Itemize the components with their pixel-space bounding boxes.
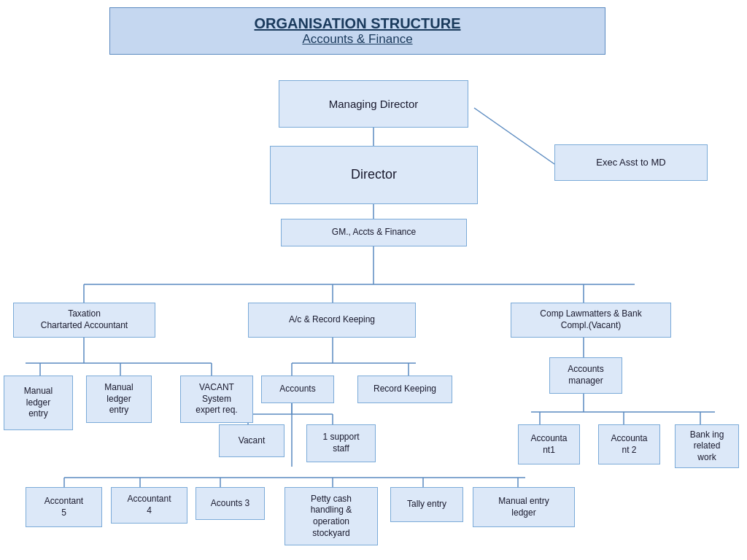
- petty-cash-box: Petty cash handling & operation stockyar…: [285, 487, 378, 545]
- vacant-system-box: VACANT System expert req.: [180, 376, 253, 423]
- gm-box: GM., Accts & Finance: [281, 219, 467, 246]
- svg-line-1: [474, 108, 554, 164]
- comp-law-box: Comp Lawmatters & Bank Compl.(Vacant): [511, 303, 671, 338]
- acounts3-box: Acounts 3: [196, 487, 265, 520]
- vacant-box: Vacant: [219, 424, 285, 457]
- director-box: Director: [270, 146, 478, 204]
- title-line2: Accounts & Finance: [125, 32, 590, 47]
- taxation-box: Taxation Chartarted Accountant: [13, 303, 155, 338]
- accontant5-box: Accontant 5: [26, 487, 102, 527]
- manual-entry-ledger-box: Manual entry ledger: [473, 487, 575, 527]
- title-box: ORGANISATION STRUCTURE Accounts & Financ…: [109, 7, 605, 55]
- tally-entry-box: Tally entry: [390, 487, 463, 522]
- banking-box: Bank ing related work: [675, 424, 739, 468]
- accountant1-box: Accounta nt1: [518, 424, 580, 464]
- org-chart: ORGANISATION STRUCTURE Accounts & Financ…: [0, 0, 747, 560]
- title-line1: ORGANISATION STRUCTURE: [125, 15, 590, 32]
- support-staff-box: 1 support staff: [306, 424, 376, 462]
- accountant4-box: Accountant 4: [111, 487, 187, 524]
- exec-asst-box: Exec Asst to MD: [554, 144, 708, 181]
- accounts-box: Accounts: [261, 376, 334, 403]
- record-keeping-box: Record Keeping: [357, 376, 452, 403]
- accountant2-box: Accounta nt 2: [598, 424, 660, 464]
- managing-director-box: Managing Director: [279, 80, 468, 128]
- manual-ledger2-box: Manual ledger entry: [86, 376, 152, 423]
- ac-record-box: A/c & Record Keeping: [248, 303, 416, 338]
- accounts-manager-box: Accounts manager: [549, 357, 622, 394]
- manual-ledger1-box: Manual ledger entry: [4, 376, 73, 430]
